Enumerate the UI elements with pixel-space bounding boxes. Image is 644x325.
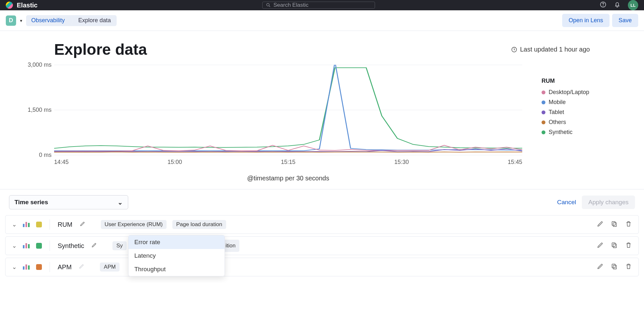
global-header: Elastic Search Elastic LL xyxy=(0,0,644,10)
apply-changes-button[interactable]: Apply changes xyxy=(582,196,635,209)
main-content: Explore data Last updated 1 hour ago 3,0… xyxy=(0,31,644,185)
elastic-logo-icon xyxy=(6,2,13,9)
delete-icon[interactable] xyxy=(625,263,632,272)
chevron-down-icon: ⌄ xyxy=(118,199,123,206)
chart-plot[interactable]: 3,000 ms 1,500 ms 0 ms xyxy=(54,65,522,155)
edit-name-icon[interactable] xyxy=(80,221,85,228)
edit-icon[interactable] xyxy=(597,242,604,250)
x-tick: 15:15 xyxy=(281,159,295,166)
svg-rect-10 xyxy=(23,245,24,248)
y-tick: 1,500 ms xyxy=(28,107,52,113)
breadcrumb-observability[interactable]: Observability xyxy=(26,15,71,26)
x-tick: 15:45 xyxy=(508,159,522,166)
edit-name-icon[interactable] xyxy=(91,242,97,250)
user-avatar[interactable]: LL xyxy=(628,0,638,10)
metric-dropdown: Error rateLatencyThroughput xyxy=(128,235,225,276)
chart-type-icon[interactable] xyxy=(23,221,30,229)
legend-label: Tablet xyxy=(549,109,564,116)
series-pill[interactable]: User Experience (RUM) xyxy=(101,220,167,229)
notifications-icon[interactable] xyxy=(614,1,621,10)
chart-type-select[interactable]: Time series ⌄ xyxy=(9,195,128,209)
svg-point-3 xyxy=(603,6,603,6)
page-title: Explore data xyxy=(54,41,147,58)
expand-toggle[interactable]: ⌄ xyxy=(12,221,17,228)
divider xyxy=(50,241,50,251)
search-input[interactable]: Search Elastic xyxy=(262,2,375,9)
legend-label: Synthetic xyxy=(549,129,572,136)
save-button[interactable]: Save xyxy=(612,14,638,27)
open-in-lens-button[interactable]: Open in Lens xyxy=(562,14,610,27)
series-row: ⌄APMAPM xyxy=(5,258,639,276)
y-tick: 0 ms xyxy=(39,152,52,158)
chart-legend: RUM Desktop/LaptopMobileTabletOthersSynt… xyxy=(522,65,629,185)
edit-name-icon xyxy=(79,263,84,271)
clock-icon xyxy=(511,46,517,53)
chart-type-icon[interactable] xyxy=(23,242,30,250)
svg-rect-13 xyxy=(613,244,616,248)
series-pill[interactable]: APM xyxy=(100,263,120,272)
legend-item[interactable]: Synthetic xyxy=(542,129,629,136)
legend-color-dot xyxy=(542,100,545,104)
series-pill[interactable]: Sy xyxy=(112,241,127,250)
color-swatch[interactable] xyxy=(36,243,42,249)
svg-rect-12 xyxy=(28,244,30,248)
legend-color-dot xyxy=(542,130,545,134)
chart-type-icon[interactable] xyxy=(23,263,30,271)
legend-item[interactable]: Desktop/Laptop xyxy=(542,89,629,96)
x-axis: 14:45 15:00 15:15 15:30 15:45 xyxy=(54,155,522,166)
x-axis-label: @timestamp per 30 seconds xyxy=(54,166,522,185)
divider xyxy=(50,219,50,230)
legend-label: Mobile xyxy=(549,99,566,106)
search-placeholder: Search Elastic xyxy=(274,2,309,8)
series-controls-bar: Time series ⌄ Cancel Apply changes xyxy=(0,189,644,215)
delete-icon[interactable] xyxy=(625,220,632,229)
legend-title: RUM xyxy=(542,78,629,84)
truncated-metric-label: ition xyxy=(224,240,239,252)
svg-rect-5 xyxy=(23,224,24,227)
delete-icon[interactable] xyxy=(625,242,632,250)
dropdown-item[interactable]: Throughput xyxy=(129,263,225,276)
svg-rect-18 xyxy=(613,265,616,269)
space-selector[interactable]: D xyxy=(6,15,16,26)
legend-label: Others xyxy=(549,119,566,126)
expand-toggle[interactable]: ⌄ xyxy=(12,263,17,271)
series-rows: ⌄RUMUser Experience (RUM) Page load dura… xyxy=(0,215,644,283)
series-name: APM xyxy=(58,263,73,271)
copy-icon[interactable] xyxy=(611,220,618,229)
series-line xyxy=(54,65,522,151)
legend-item[interactable]: Tablet xyxy=(542,109,629,116)
series-pill[interactable]: Page load duration xyxy=(172,220,226,229)
legend-item[interactable]: Others xyxy=(542,119,629,126)
svg-rect-17 xyxy=(28,265,30,270)
legend-item[interactable]: Mobile xyxy=(542,99,629,106)
copy-icon[interactable] xyxy=(611,263,618,272)
x-tick: 15:30 xyxy=(394,159,409,166)
dropdown-item[interactable]: Latency xyxy=(129,249,225,263)
x-tick: 14:45 xyxy=(54,159,69,166)
color-swatch[interactable] xyxy=(36,222,42,227)
copy-icon[interactable] xyxy=(611,242,618,250)
sub-header: D ▾ Observability Explore data Open in L… xyxy=(0,10,644,31)
color-swatch[interactable] xyxy=(36,264,42,270)
last-updated-text: Last updated 1 hour ago xyxy=(520,46,590,53)
cancel-button[interactable]: Cancel xyxy=(557,199,576,206)
series-line xyxy=(54,68,522,148)
edit-icon xyxy=(597,263,604,272)
expand-toggle[interactable]: ⌄ xyxy=(12,242,17,249)
brand-name: Elastic xyxy=(17,2,37,9)
breadcrumb: Observability Explore data xyxy=(26,15,117,26)
help-icon[interactable] xyxy=(600,1,607,10)
breadcrumb-explore-data[interactable]: Explore data xyxy=(71,15,117,26)
series-row: ⌄SyntheticSy xyxy=(5,236,639,255)
svg-rect-14 xyxy=(612,243,615,246)
svg-line-1 xyxy=(269,6,270,7)
chevron-down-icon[interactable]: ▾ xyxy=(20,18,22,23)
dropdown-item[interactable]: Error rate xyxy=(129,235,225,249)
series-name: RUM xyxy=(58,221,74,228)
last-updated: Last updated 1 hour ago xyxy=(511,46,590,53)
series-name: Synthetic xyxy=(58,242,85,250)
legend-label: Desktop/Laptop xyxy=(549,89,589,96)
svg-rect-8 xyxy=(613,223,616,226)
edit-icon[interactable] xyxy=(597,220,604,229)
svg-rect-15 xyxy=(23,266,24,270)
